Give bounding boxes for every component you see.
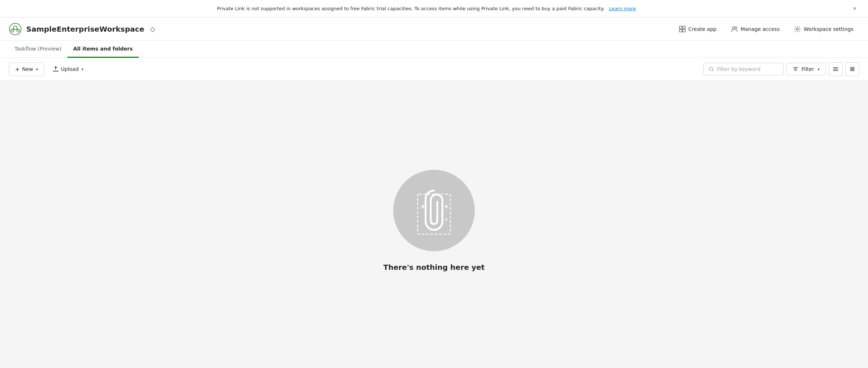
upload-icon [53,66,59,72]
tab-taskflow[interactable]: Taskflow (Preview) [9,41,67,58]
filter-icon [793,66,798,72]
tab-all-items[interactable]: All items and folders [67,41,139,58]
empty-state: There's nothing here yet [383,167,485,272]
workspace-settings-label: Workspace settings [804,26,853,32]
plus-icon: + [15,66,20,73]
learn-more-link[interactable]: Learn more [609,6,636,11]
grid-view-button[interactable] [845,62,859,76]
new-chevron-icon: ▾ [36,67,38,71]
header-actions: Create app Manage access Workspace setti… [673,23,859,35]
create-app-icon [679,26,686,32]
svg-point-22 [851,69,852,71]
upload-label: Upload [61,66,79,72]
svg-point-23 [853,69,854,71]
manage-access-label: Manage access [741,26,780,32]
manage-access-button[interactable]: Manage access [725,23,785,35]
svg-point-24 [393,170,475,251]
create-app-button[interactable]: Create app [673,23,722,35]
svg-point-0 [9,23,21,35]
main-content: There's nothing here yet [0,81,868,358]
filter-chevron-icon: ▾ [818,67,820,71]
upload-button[interactable]: Upload ▾ [47,63,89,75]
banner-message: Private Link is not supported in workspa… [9,6,844,11]
workspace-settings-icon [794,26,801,32]
svg-point-12 [797,28,798,30]
list-view-button[interactable] [829,62,843,76]
workspace-settings-button[interactable]: Workspace settings [788,23,859,35]
filter-label: Filter [801,66,814,72]
new-button[interactable]: + New ▾ [9,63,44,76]
grid-view-icon [849,66,855,72]
filter-keyword-input[interactable]: Filter by keyword [703,63,784,75]
filter-placeholder: Filter by keyword [717,66,761,72]
svg-rect-6 [679,26,682,29]
premium-diamond-icon: ◇ [150,25,155,33]
upload-chevron-icon: ▾ [82,67,83,71]
toolbar: + New ▾ Upload ▾ Filter by keyword [0,58,868,81]
svg-rect-8 [679,29,682,32]
workspace-icon [9,23,22,36]
svg-rect-9 [683,29,685,32]
svg-point-1 [13,26,17,29]
svg-rect-7 [683,26,685,29]
list-view-icon [833,66,839,72]
filter-button[interactable]: Filter ▾ [786,63,826,75]
banner-close-button[interactable]: × [850,4,859,13]
svg-point-21 [853,67,854,69]
new-label: New [22,66,33,72]
toolbar-left: + New ▾ Upload ▾ [9,63,89,76]
toolbar-right: Filter by keyword Filter ▾ [703,62,859,76]
header: SampleEnterpriseWorkspace ◇ Create app M… [0,17,868,41]
create-app-label: Create app [689,26,717,32]
search-icon [709,67,714,72]
svg-point-20 [851,67,852,69]
banner: Private Link is not supported in workspa… [0,0,868,17]
empty-state-title: There's nothing here yet [383,263,485,272]
empty-state-illustration [390,167,478,254]
tabs: Taskflow (Preview) All items and folders [0,41,868,58]
header-left: SampleEnterpriseWorkspace ◇ [9,23,155,36]
manage-access-icon [731,26,738,32]
workspace-title: SampleEnterpriseWorkspace [26,25,144,33]
